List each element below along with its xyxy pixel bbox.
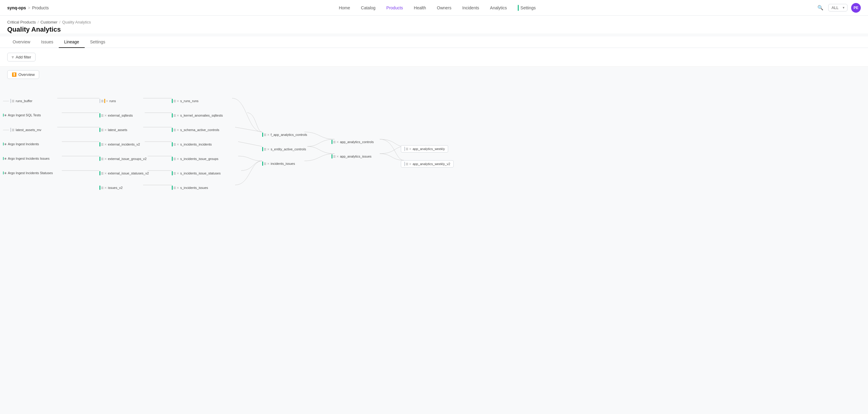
lineage-area[interactable]: ☰ runs_buffer ◉ Argo Ingest SQL Tests ☰ … (0, 83, 868, 269)
close-icon[interactable]: ✕ (177, 172, 179, 175)
close-icon[interactable]: ✕ (177, 186, 179, 190)
node-label: latest_assets (108, 128, 127, 132)
close-icon[interactable]: ✕ (336, 140, 339, 144)
node-runs-buffer[interactable]: ☰ runs_buffer (3, 99, 32, 103)
table-icon: ◉ (4, 157, 7, 160)
node-s-incidents-incidents[interactable]: ☰ ✕ s_incidents_incidents (172, 142, 212, 147)
green-bar-icon (262, 147, 263, 151)
close-icon[interactable]: ✕ (104, 114, 107, 117)
close-icon[interactable]: ✕ (336, 155, 339, 158)
breadcrumb-critical-products[interactable]: Critical Products (7, 20, 36, 24)
nav-catalog[interactable]: Catalog (355, 0, 381, 16)
tab-issues[interactable]: Issues (36, 36, 59, 48)
nav-health[interactable]: Health (408, 0, 431, 16)
breadcrumb-customer[interactable]: Customer (40, 20, 57, 24)
nav-owners[interactable]: Owners (432, 0, 457, 16)
node-latest-assets[interactable]: ☰ ✕ latest_assets (99, 128, 127, 132)
green-bar-icon (172, 142, 173, 147)
node-label: s_runs_runs (180, 99, 198, 103)
node-issues-v2[interactable]: ☰ ✕ issues_v2 (99, 186, 123, 190)
green-bar-icon (3, 157, 4, 160)
node-incidents-issues[interactable]: ☰ ✕ incidents_issues (262, 161, 295, 166)
node-external-sqltests[interactable]: ☰ ✕ external_sqltests (99, 113, 133, 118)
close-icon[interactable]: ✕ (177, 114, 179, 117)
brand-sep: > (28, 5, 30, 10)
green-bar-icon (172, 157, 173, 161)
node-s-runs-runs[interactable]: ☰ ✕ s_runs_runs (172, 99, 198, 103)
node-s-incidents-issue-statuses[interactable]: ☰ ✕ s_incidents_issue_statuses (172, 171, 221, 176)
node-latest-assets-mv[interactable]: ☰ latest_assets_mv (3, 128, 41, 132)
nav-products[interactable]: Products (381, 0, 408, 16)
node-s-kernel-anomalies-sqltests[interactable]: ☰ ✕ s_kernel_anomalies_sqltests (172, 113, 223, 118)
node-external-incidents-v2[interactable]: ☰ ✕ external_incidents_v2 (99, 142, 140, 147)
avatar: PE (851, 3, 861, 13)
green-bar-icon (172, 171, 173, 176)
nav-incidents[interactable]: Incidents (457, 0, 485, 16)
node-s-schema-active-controls[interactable]: ☰ ✕ s_schema_active_controls (172, 128, 219, 132)
node-argo-ingest-incidents[interactable]: ◉ Argo Ingest Incidents (3, 142, 39, 146)
node-box-weekly[interactable]: ☰ ✕ app_analytics_weekly (401, 145, 448, 153)
node-argo-ingest-incidents-statuses[interactable]: ◉ Argo Ingest Incidents Statuses (3, 171, 53, 175)
add-filter-button[interactable]: ▿ Add filter (7, 53, 36, 61)
brand-name[interactable]: synq-ops (7, 5, 26, 10)
green-bar-icon (99, 142, 100, 147)
close-icon[interactable]: ✕ (104, 172, 107, 175)
node-label: runs_buffer (16, 99, 32, 103)
breadcrumb: Critical Products / Customer / Quality A… (7, 20, 861, 24)
node-app-analytics-issues[interactable]: ☰ ✕ app_analytics_issues (332, 154, 372, 158)
top-navigation: synq-ops > Products Home Catalog Product… (0, 0, 868, 16)
bar-icon (404, 162, 405, 166)
close-icon[interactable]: ✕ (104, 128, 107, 132)
green-bar-icon (99, 186, 100, 190)
close-icon[interactable]: ✕ (104, 157, 107, 161)
node-label: runs (110, 99, 116, 103)
close-icon[interactable]: ✕ (177, 143, 179, 146)
close-icon[interactable]: ✕ (104, 143, 107, 146)
nav-home[interactable]: Home (333, 0, 355, 16)
close-icon[interactable]: ✕ (267, 133, 270, 136)
node-external-issue-groups-v2[interactable]: ☰ ✕ external_issue_groups_v2 (99, 157, 147, 161)
close-icon[interactable]: ✕ (177, 128, 179, 132)
close-icon[interactable]: ✕ (177, 157, 179, 161)
green-bar-icon (3, 142, 4, 146)
close-icon[interactable]: ✕ (267, 148, 270, 151)
close-icon[interactable]: ✕ (177, 99, 179, 103)
nav-analytics[interactable]: Analytics (485, 0, 513, 16)
tab-lineage[interactable]: Lineage (59, 36, 85, 48)
node-app-analytics-weekly-v2[interactable]: ☰ ✕ app_analytics_weekly_v2 (401, 160, 454, 167)
node-label: app_analytics_weekly_v2 (412, 162, 450, 166)
close-icon[interactable]: ✕ (104, 186, 107, 190)
node-label: s_incidents_issue_groups (180, 157, 218, 161)
node-s-incidents-issue-groups[interactable]: ☰ ✕ s_incidents_issue_groups (172, 157, 218, 161)
bar-icon (10, 128, 11, 132)
nav-links: Home Catalog Products Health Owners Inci… (59, 0, 816, 16)
node-s-entity-active-controls[interactable]: ☰ ✕ s_entity_active_controls (262, 147, 306, 151)
node-label: latest_assets_mv (16, 128, 41, 132)
node-app-analytics-controls[interactable]: ☰ ✕ app_analytics_controls (332, 140, 374, 144)
node-argo-ingest-incidents-issues[interactable]: ◉ Argo Ingest Incidents Issues (3, 157, 50, 160)
overview-section: ⏬ Overview (0, 67, 868, 83)
brand-subpage: Products (32, 5, 49, 10)
node-label: issues_v2 (108, 186, 123, 190)
close-icon[interactable]: ✕ (409, 162, 411, 166)
green-bar-icon (172, 128, 173, 132)
search-button[interactable]: 🔍 (816, 4, 825, 12)
close-icon[interactable]: ✕ (106, 99, 108, 103)
close-icon[interactable]: ✕ (409, 147, 411, 151)
node-label: app_analytics_weekly (412, 147, 445, 151)
node-argo-ingest-sql-tests[interactable]: ◉ Argo Ingest SQL Tests (3, 113, 41, 117)
node-external-issue-statuses-v2[interactable]: ☰ ✕ external_issue_statuses_v2 (99, 171, 149, 176)
node-f-app-analytics-controls[interactable]: ☰ ✕ f_app_analytics_controls (262, 133, 307, 137)
overview-button[interactable]: ⏬ Overview (7, 70, 39, 79)
close-icon[interactable]: ✕ (267, 162, 270, 165)
tab-overview[interactable]: Overview (7, 36, 36, 48)
scope-select[interactable]: ALL (828, 4, 847, 11)
node-runs[interactable]: ☰ ✕ runs (99, 99, 116, 103)
page-header: Critical Products / Customer / Quality A… (0, 16, 868, 33)
node-box-weekly-v2[interactable]: ☰ ✕ app_analytics_weekly_v2 (401, 160, 454, 167)
nav-settings[interactable]: Settings (513, 0, 541, 16)
node-app-analytics-weekly[interactable]: ☰ ✕ app_analytics_weekly (401, 145, 448, 153)
green-bar-icon (172, 186, 173, 190)
tab-settings[interactable]: Settings (85, 36, 111, 48)
node-s-incidents-issues[interactable]: ☰ ✕ s_incidents_issues (172, 186, 208, 190)
